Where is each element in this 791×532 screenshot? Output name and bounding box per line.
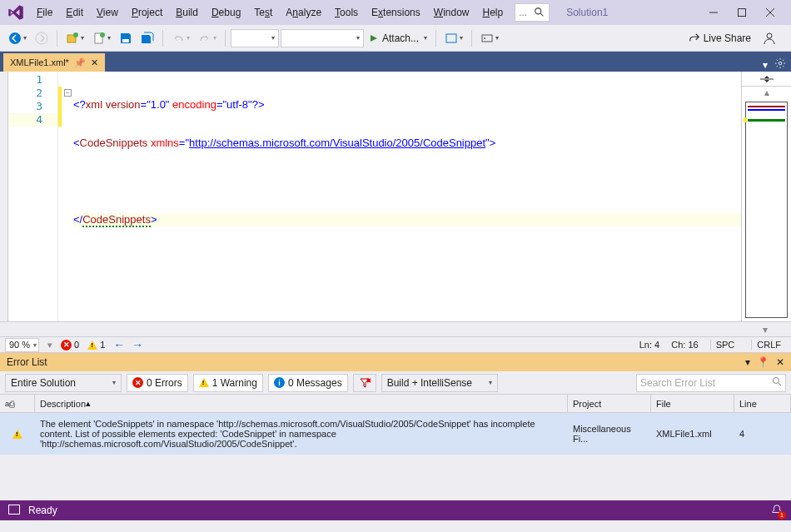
tab-close-icon[interactable]: ✕ [91,57,98,68]
code-editor[interactable]: 1 2 3 4 − <?xml version="1.0" encoding="… [0,72,791,321]
status-bar: Ready 1 [0,500,791,520]
search-placeholder: ... [515,7,530,18]
scope-combo[interactable]: Entire Solution▾ [5,374,122,392]
svg-point-9 [73,32,78,37]
split-icon[interactable] [742,72,791,87]
minimize-button[interactable] [699,2,728,23]
col-line[interactable]: Line [734,395,791,412]
main-toolbar: ▾ ▾ ▾ ▾ ▾ ▾ ▾ Attach...▾ ▾ ▾ Live Share [0,25,791,52]
search-placeholder-text: Search Error List [640,377,715,389]
menu-test[interactable]: Test [247,3,279,22]
editor-status-strip: 90 % ▾ ✕0 1 ← → Ln: 4 Ch: 16 SPC CRLF [0,336,791,353]
clear-filters-button[interactable] [353,374,376,392]
toolbar-btn-a[interactable]: ▾ [441,30,466,47]
menu-analyze[interactable]: Analyze [279,3,328,22]
errors-filter-button[interactable]: ✕0 Errors [127,374,188,392]
svg-point-7 [36,32,47,44]
col-indicator: Ch: 16 [671,340,698,350]
messages-filter-button[interactable]: i0 Messages [268,374,348,392]
svg-point-17 [779,62,782,65]
save-all-button[interactable] [137,30,157,47]
error-list-title: Error List [7,356,47,368]
error-indicator[interactable]: ✕0 [61,340,79,351]
nav-forward-button[interactable] [32,30,52,47]
save-button[interactable] [116,30,136,47]
redo-button[interactable]: ▾ [195,30,220,47]
tab-overflow-icon[interactable]: ▾ [763,59,768,71]
menu-help[interactable]: Help [475,3,510,22]
panel-dropdown-icon[interactable]: ▾ [745,356,750,368]
attach-label: Attach... [382,32,419,44]
fold-toggle-icon[interactable]: − [64,89,72,97]
error-list-titlebar[interactable]: Error List ▾ 📍 ✕ [0,353,791,371]
undo-button[interactable]: ▾ [168,30,193,47]
add-item-button[interactable]: ▾ [89,30,114,47]
indent-indicator[interactable]: SPC [710,340,740,350]
menu-build[interactable]: Build [169,3,205,22]
menu-edit[interactable]: Edit [59,3,90,22]
error-project: Miscellaneous Fi... [568,424,651,444]
error-search-input[interactable]: Search Error List [636,374,786,392]
live-share-button[interactable]: Live Share [685,31,754,46]
attach-debugger-button[interactable]: Attach...▾ [366,31,430,46]
prev-issue-icon[interactable]: ← [113,338,125,351]
svg-point-21 [774,378,779,384]
warnings-filter-button[interactable]: 1 Warning [193,374,263,392]
menu-window[interactable]: Window [427,3,476,22]
line-number-gutter: 1 2 3 4 [8,72,58,321]
zoom-combo[interactable]: 90 % [5,338,39,352]
svg-rect-12 [122,39,129,42]
svg-rect-23 [9,505,20,514]
panel-close-icon[interactable]: ✕ [776,356,784,368]
account-button[interactable] [759,30,779,47]
error-list-row[interactable]: The element 'CodeSnippets' in namespace … [0,413,791,455]
panel-pin-icon[interactable]: 📍 [757,356,769,368]
quick-launch-search[interactable]: ... [515,3,550,22]
document-tab-active[interactable]: XMLFile1.xml* 📌 ✕ [3,53,105,72]
pin-icon[interactable]: 📌 [74,57,86,68]
svg-point-16 [767,33,772,38]
next-issue-icon[interactable]: → [132,338,143,351]
status-text: Ready [28,505,57,516]
build-source-combo[interactable]: Build + IntelliSense▾ [381,374,498,392]
notification-count: 1 [778,511,786,520]
menu-tools[interactable]: Tools [328,3,365,22]
error-line: 4 [734,429,791,439]
eol-indicator[interactable]: CRLF [751,340,786,350]
error-description: The element 'CodeSnippets' in namespace … [35,419,568,449]
scroll-down-icon[interactable]: ▾ [763,324,768,336]
vs-logo-icon [7,3,25,22]
menu-project[interactable]: Project [125,3,169,22]
col-code[interactable]: a⎙ [0,395,35,412]
window-layout-icon[interactable] [8,505,20,517]
minimap[interactable]: ▴ [741,72,791,321]
solution-platform-combo[interactable]: ▾ [281,29,364,47]
document-tab-well: XMLFile1.xml* 📌 ✕ ▾ [0,52,791,72]
search-icon [530,7,549,18]
menu-debug[interactable]: Debug [205,3,247,22]
svg-rect-14 [482,35,492,42]
new-project-button[interactable]: ▾ [62,30,87,47]
close-button[interactable] [756,2,784,23]
col-project[interactable]: Project [568,395,651,412]
nav-back-button[interactable]: ▾ [5,30,30,47]
gear-icon[interactable] [774,57,786,72]
svg-point-15 [484,37,485,39]
maximize-button[interactable] [728,2,756,23]
notifications-button[interactable]: 1 [771,504,783,518]
search-icon [772,376,782,389]
solution-config-combo[interactable]: ▾ [231,29,279,47]
svg-line-1 [540,13,544,17]
fold-gutter: − [63,72,73,321]
menu-view[interactable]: View [90,3,125,22]
col-description[interactable]: Description ▴ [35,395,568,412]
menu-file[interactable]: File [30,3,59,22]
warning-icon [12,430,22,439]
col-file[interactable]: File [651,395,734,412]
menu-extensions[interactable]: Extensions [365,3,427,22]
warning-indicator[interactable]: 1 [87,340,105,350]
error-file: XMLFile1.xml [651,429,734,439]
code-content[interactable]: <?xml version="1.0" encoding="utf-8"?> <… [73,72,741,321]
solution-name: Solution1 [566,7,608,18]
toolbar-btn-b[interactable]: ▾ [477,30,502,47]
